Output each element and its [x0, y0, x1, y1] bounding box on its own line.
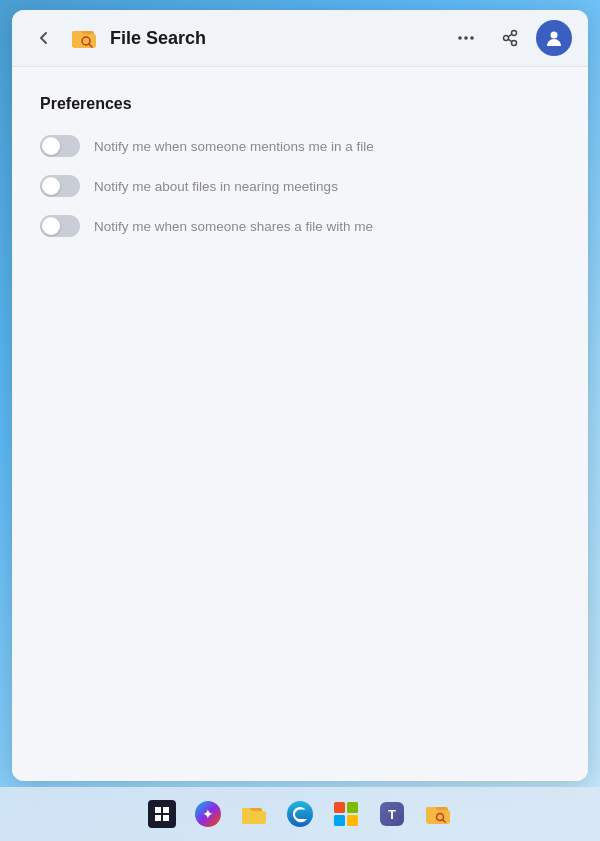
svg-point-6 — [504, 36, 509, 41]
svg-point-5 — [470, 36, 474, 40]
app-icon — [68, 22, 100, 54]
svg-text:T: T — [388, 807, 396, 822]
pref-label-mention: Notify me when someone mentions me in a … — [94, 139, 374, 154]
app-title: File Search — [110, 28, 448, 49]
svg-point-19 — [287, 801, 313, 827]
pref-label-meeting: Notify me about files in nearing meeting… — [94, 179, 338, 194]
taskbar-files[interactable] — [234, 794, 274, 834]
svg-rect-12 — [155, 807, 161, 813]
toggle-share[interactable] — [40, 215, 80, 237]
title-actions — [448, 20, 572, 56]
svg-point-4 — [464, 36, 468, 40]
svg-rect-23 — [347, 815, 358, 826]
taskbar-edge[interactable] — [280, 794, 320, 834]
svg-rect-20 — [334, 802, 345, 813]
preferences-title: Preferences — [40, 95, 560, 113]
more-options-button[interactable] — [448, 20, 484, 56]
taskbar-teams[interactable]: T — [372, 794, 412, 834]
taskbar-start[interactable] — [142, 794, 182, 834]
user-avatar-button[interactable] — [536, 20, 572, 56]
svg-point-3 — [458, 36, 462, 40]
taskbar: ✦ — [0, 787, 600, 841]
svg-rect-14 — [155, 815, 161, 821]
svg-rect-22 — [334, 815, 345, 826]
taskbar-filesearch[interactable] — [418, 794, 458, 834]
svg-line-9 — [508, 34, 512, 37]
svg-rect-13 — [163, 807, 169, 813]
svg-text:✦: ✦ — [202, 806, 214, 822]
pref-label-share: Notify me when someone shares a file wit… — [94, 219, 373, 234]
content-area: Preferences Notify me when someone menti… — [12, 67, 588, 781]
toggle-meeting[interactable] — [40, 175, 80, 197]
preference-item-meeting: Notify me about files in nearing meeting… — [40, 175, 560, 197]
svg-point-11 — [551, 32, 558, 39]
taskbar-copilot[interactable]: ✦ — [188, 794, 228, 834]
toggle-mention[interactable] — [40, 135, 80, 157]
share-button[interactable] — [492, 20, 528, 56]
taskbar-store[interactable] — [326, 794, 366, 834]
preference-item-share: Notify me when someone shares a file wit… — [40, 215, 560, 237]
preference-item-mention: Notify me when someone mentions me in a … — [40, 135, 560, 157]
svg-line-10 — [508, 39, 512, 42]
svg-rect-21 — [347, 802, 358, 813]
app-window: File Search — [12, 10, 588, 781]
svg-rect-15 — [163, 815, 169, 821]
title-bar: File Search — [12, 10, 588, 67]
back-button[interactable] — [28, 22, 60, 54]
